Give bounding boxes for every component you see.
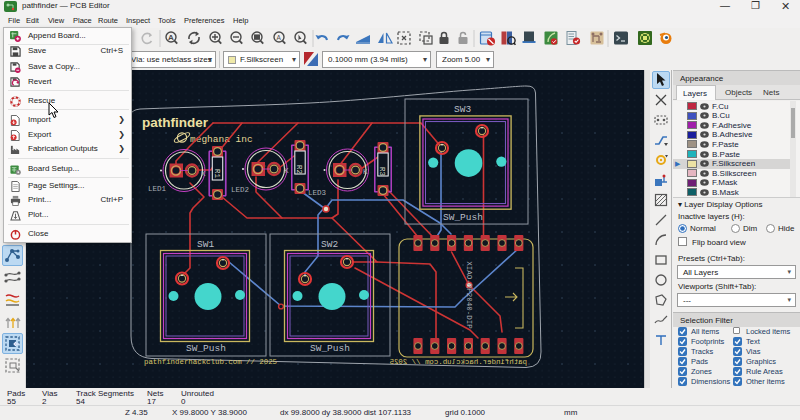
svg-text:R2: R2 xyxy=(295,165,303,174)
svg-text:R1: R1 xyxy=(213,169,221,179)
svg-text:meghana inc: meghana inc xyxy=(190,134,253,145)
svg-text:SW2: SW2 xyxy=(321,239,338,250)
svg-text:SW_Push: SW_Push xyxy=(310,343,350,354)
svg-text:K: K xyxy=(284,167,289,175)
svg-text:LED3: LED3 xyxy=(308,189,327,197)
svg-text:K: K xyxy=(363,168,368,176)
svg-text:LED2: LED2 xyxy=(231,186,249,194)
svg-text:SW_Push: SW_Push xyxy=(443,212,483,223)
svg-text:SW3: SW3 xyxy=(454,104,471,115)
svg-text:pathfinder.hackclub.com // 202: pathfinder.hackclub.com // 2025 xyxy=(390,358,528,366)
svg-text:K: K xyxy=(201,170,206,178)
svg-text:A: A xyxy=(168,33,174,42)
svg-text:XIAO-RP2040-DIP: XIAO-RP2040-DIP xyxy=(465,261,473,329)
svg-text:pathfinder: pathfinder xyxy=(142,115,209,130)
svg-text:R3: R3 xyxy=(378,167,386,177)
svg-text:SW1: SW1 xyxy=(197,239,214,250)
svg-text:LED1: LED1 xyxy=(148,185,167,193)
svg-text:A: A xyxy=(277,34,282,41)
svg-text:pathfinderhackclub.com // 2025: pathfinderhackclub.com // 2025 xyxy=(144,358,277,366)
svg-text:SW_Push: SW_Push xyxy=(186,343,226,354)
